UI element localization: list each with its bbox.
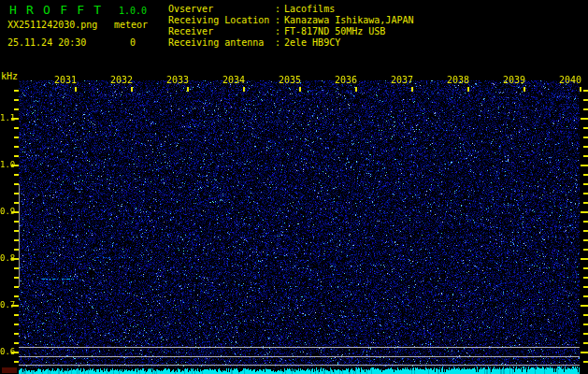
y-tick-major-right <box>581 165 588 166</box>
y-tick-major-left <box>11 211 19 213</box>
app-title: H R O F F T <box>9 4 102 17</box>
info-value: 2ele HB9CY <box>284 37 340 49</box>
y-axis-unit-label: kHz <box>1 71 18 81</box>
hrofft-output: H R O F F T 1.0.0 XX2511242030.png meteo… <box>0 0 588 374</box>
y-tick-minor-right <box>583 146 588 148</box>
y-tick-minor-right <box>583 127 588 129</box>
y-tick-minor-right <box>583 267 588 269</box>
signal-level-strip <box>19 367 580 374</box>
y-tick-minor-right <box>583 277 588 279</box>
y-tick-minor-right <box>583 295 588 297</box>
y-tick-minor-right <box>583 137 588 138</box>
info-label: Receiver <box>168 26 275 37</box>
station-info-row: Receiver:FT-817ND 50MHz USB <box>168 26 413 37</box>
info-label: Receiving Location <box>168 15 275 26</box>
y-tick-major-right <box>581 305 588 307</box>
info-value: FT-817ND 50MHz USB <box>284 26 385 37</box>
y-tick-minor-right <box>583 90 588 92</box>
y-tick-major-right <box>581 118 588 120</box>
station-info-row: Receiving antenna:2ele HB9CY <box>168 37 413 49</box>
y-tick-minor-right <box>583 155 588 157</box>
y-tick-major-left <box>11 352 19 353</box>
y-tick-major-right <box>581 211 588 213</box>
y-tick-minor-right <box>583 230 588 232</box>
corner-marker <box>2 367 17 373</box>
info-label: Ovserver <box>168 4 275 15</box>
y-tick-label: 1.1 <box>0 113 12 122</box>
app-version: 1.0.0 <box>119 6 147 16</box>
info-value: Kanazawa Ishikawa,JAPAN <box>284 15 413 26</box>
y-tick-label: 1.0 <box>0 160 12 169</box>
y-tick-minor-right <box>583 249 588 251</box>
y-tick-major-left <box>11 258 19 260</box>
y-tick-minor-right <box>583 333 588 335</box>
reference-line-middle <box>19 356 580 357</box>
y-tick-major-left <box>11 165 19 166</box>
mode-label: meteor <box>114 20 148 30</box>
meteor-count: 0 <box>130 37 136 48</box>
left-edge-marker <box>19 184 20 287</box>
y-tick-major-left <box>11 305 19 307</box>
y-tick-minor-right <box>583 286 588 288</box>
info-separator: : <box>275 15 284 26</box>
y-tick-minor-right <box>583 239 588 241</box>
y-tick-major-right <box>581 258 588 260</box>
y-tick-label: 0.8 <box>0 253 12 263</box>
y-tick-minor-right <box>583 202 588 204</box>
y-tick-major-left <box>11 118 19 120</box>
datetime-label: 25.11.24 20:30 <box>7 37 86 48</box>
station-info-row: Receiving Location:Kanazawa Ishikawa,JAP… <box>168 15 413 26</box>
y-tick-minor-right <box>583 221 588 223</box>
y-tick-minor-right <box>583 324 588 325</box>
info-value: Lacofilms <box>284 4 335 15</box>
info-label: Receiving antenna <box>168 37 275 49</box>
info-separator: : <box>275 37 284 49</box>
y-tick-label: 0.7 <box>0 300 12 309</box>
reference-line-lower <box>19 365 580 366</box>
y-tick-label: 0.9 <box>0 207 12 216</box>
spectrogram-canvas <box>19 80 580 367</box>
y-tick-minor-right <box>583 174 588 176</box>
output-filename: XX2511242030.png <box>7 20 97 30</box>
y-tick-label: 0.6 <box>0 347 12 356</box>
x-tick <box>580 87 581 92</box>
station-info-row: Ovserver:Lacofilms <box>168 4 413 15</box>
reference-line-upper <box>19 347 580 348</box>
y-tick-minor-right <box>583 108 588 110</box>
station-info: Ovserver:LacofilmsReceiving Location:Kan… <box>168 4 413 49</box>
y-tick-minor-right <box>583 361 588 363</box>
info-separator: : <box>275 26 284 37</box>
y-tick-minor-right <box>583 342 588 344</box>
y-tick-minor-right <box>583 99 588 101</box>
y-tick-minor-right <box>583 314 588 316</box>
y-tick-major-right <box>581 352 588 353</box>
y-tick-minor-right <box>583 193 588 194</box>
info-separator: : <box>275 4 284 15</box>
y-tick-minor-right <box>583 183 588 185</box>
